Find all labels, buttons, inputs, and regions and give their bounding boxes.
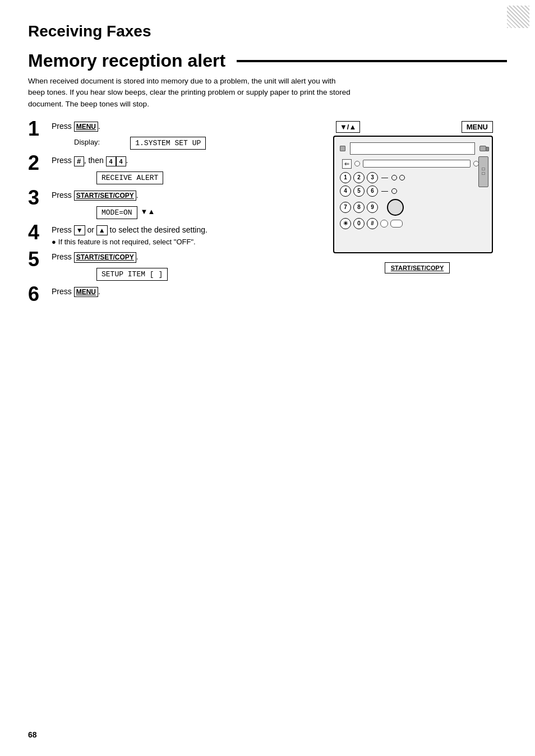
input-bar — [363, 160, 471, 168]
step-1-display-row: Display: 1.SYSTEM SET UP — [74, 134, 316, 150]
key-7: 7 — [340, 202, 351, 213]
screen-row — [340, 142, 486, 155]
display-value-3: MODE=ON — [102, 208, 132, 217]
step-1-content: Press MENU. Display: 1.SYSTEM SET UP — [52, 121, 316, 150]
lcd-screen — [350, 142, 475, 155]
display-box-5: SETUP ITEM [ ] — [96, 268, 168, 281]
step-3-display-row: MODE=ON ▼▲ — [74, 204, 316, 219]
connector-right-shape — [479, 146, 486, 151]
step-6: 6 Press MENU. — [28, 286, 316, 304]
keypad-circle-2 — [399, 175, 405, 180]
step-5-number: 5 — [28, 249, 46, 270]
keypad-row-3: 7 8 9 — [340, 199, 469, 216]
menu-button-label: MENU — [462, 121, 493, 133]
page-title: Receiving Faxes — [28, 22, 507, 40]
key-6: 6 — [367, 185, 378, 197]
step-3-text: Press START/SET/COPY. — [52, 190, 316, 201]
step-2-prefix: Press — [52, 156, 74, 165]
step-4-content: Press ▼ or ▲ to select the desired setti… — [52, 225, 316, 247]
step-5: 5 Press START/SET/COPY. SETUP ITEM [ ] — [28, 252, 316, 281]
hash-key: # — [74, 156, 84, 166]
menu-key-6: MENU — [74, 287, 98, 297]
step-5-display-row: SETUP ITEM [ ] — [74, 266, 316, 281]
step-3-content: Press START/SET/COPY. MODE=ON ▼▲ — [52, 190, 316, 219]
key-8: 8 — [353, 202, 365, 213]
step-6-number: 6 — [28, 284, 46, 304]
step-5-suffix: . — [136, 252, 139, 261]
key-9: 9 — [367, 202, 378, 213]
mode-arrows: ▼▲ — [141, 207, 155, 216]
start-set-copy-label: START/SET/COPY — [385, 262, 450, 273]
indicator-circle-1 — [354, 161, 360, 166]
num-key-4a: 4 — [106, 156, 116, 166]
step-1-text: Press MENU. — [52, 121, 316, 132]
step-3-number: 3 — [28, 188, 46, 208]
down-arrow-key: ▼ — [74, 225, 85, 235]
title-underline — [237, 60, 507, 62]
page-number: 68 — [28, 730, 37, 739]
keypad: 1 2 3 — 4 5 6 — — [340, 172, 486, 229]
step-6-content: Press MENU. — [52, 286, 316, 300]
step-2-number: 2 — [28, 153, 46, 173]
display-box-3: MODE=ON — [96, 206, 137, 219]
start-button-area: START/SET/COPY — [333, 258, 496, 273]
device-diagram-wrapper: ▼/▲ MENU — [333, 121, 496, 273]
step-2-content: Press #, then 44. RECEIVE ALERT — [52, 155, 316, 184]
step-1-suffix: . — [98, 122, 100, 131]
section-title: Memory reception alert — [28, 50, 507, 71]
display-value-2: RECEIVE ALERT — [102, 174, 158, 182]
key-hash-pad: # — [367, 218, 378, 229]
display-value-5: SETUP ITEM [ ] — [102, 270, 163, 279]
display-box-1: 1.SYSTEM SET UP — [130, 137, 206, 150]
step-6-text: Press MENU. — [52, 286, 316, 298]
keypad-row-1: 1 2 3 — — [340, 172, 469, 183]
step-4: 4 Press ▼ or ▲ to select the desired set… — [28, 225, 316, 247]
step-2-display-row: RECEIVE ALERT — [74, 169, 316, 184]
extra-rect — [390, 220, 403, 228]
step-3-prefix: Press — [52, 191, 74, 200]
dash-1: — — [381, 174, 388, 182]
key-4: 4 — [340, 185, 351, 197]
keypad-circle-1 — [391, 175, 397, 180]
steps-column: 1 Press MENU. Display: 1.SYSTEM SET UP 2… — [28, 121, 316, 310]
device-top-controls: ▼/▲ MENU — [333, 121, 496, 133]
fax-indicator: ⇐ — [342, 159, 352, 169]
connector-tail — [486, 147, 489, 151]
keypad-row-4: ✳ 0 # — [340, 218, 469, 229]
step-2-suffix: . — [126, 156, 128, 165]
section-title-text: Memory reception alert — [28, 50, 225, 71]
right-panel: □□ — [478, 156, 488, 187]
step-5-prefix: Press — [52, 252, 74, 261]
display-label-1: Display: — [74, 138, 100, 146]
bullet-dot: ● — [52, 238, 56, 246]
display-box-2: RECEIVE ALERT — [96, 171, 163, 184]
menu-key-1: MENU — [74, 122, 98, 132]
step-6-suffix: . — [98, 287, 100, 296]
key-star: ✳ — [340, 218, 351, 229]
step-2: 2 Press #, then 44. RECEIVE ALERT — [28, 155, 316, 184]
step-1: 1 Press MENU. Display: 1.SYSTEM SET UP — [28, 121, 316, 150]
step-5-text: Press START/SET/COPY. — [52, 252, 316, 263]
step-3: 3 Press START/SET/COPY. MODE=ON ▼▲ — [28, 190, 316, 219]
keypad-row-2: 4 5 6 — — [340, 185, 469, 197]
step-4-bullet: ● If this feature is not required, selec… — [52, 238, 316, 246]
bullet-text: If this feature is not required, select … — [58, 238, 196, 246]
nav-arrows-label: ▼/▲ — [336, 121, 360, 133]
key-5: 5 — [353, 185, 365, 197]
key-1: 1 — [340, 172, 351, 183]
up-arrow-key: ▲ — [96, 225, 108, 235]
dash-2: — — [381, 187, 388, 195]
step-2-mid: , then — [84, 156, 106, 165]
step-1-number: 1 — [28, 119, 46, 139]
key-2: 2 — [353, 172, 365, 183]
display-value-1: 1.SYSTEM SET UP — [135, 139, 201, 147]
start-key-5: START/SET/COPY — [74, 252, 136, 262]
num-key-4b: 4 — [116, 156, 126, 166]
step-4-suffix: to select the desired setting. — [108, 225, 207, 234]
key-0: 0 — [353, 218, 365, 229]
extra-circle — [380, 220, 388, 228]
step-4-prefix: Press — [52, 225, 74, 234]
step-4-text: Press ▼ or ▲ to select the desired setti… — [52, 225, 316, 236]
corner-decoration — [507, 6, 529, 28]
step-2-text: Press #, then 44. — [52, 155, 316, 166]
